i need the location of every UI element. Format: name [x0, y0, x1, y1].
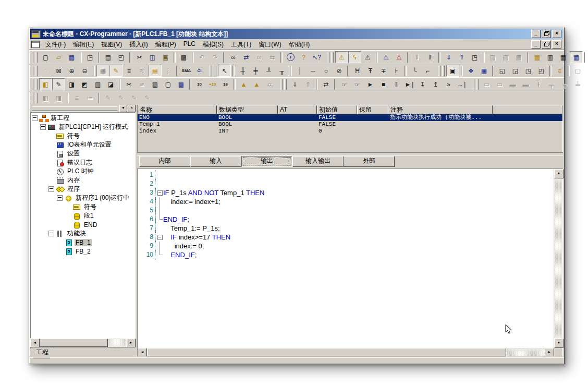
toolbar-grip[interactable]: [31, 93, 33, 103]
tab-输入[interactable]: 输入: [190, 156, 241, 167]
print-preview-button[interactable]: ◰: [115, 51, 128, 63]
view-diagram-button[interactable]: ◧: [39, 78, 52, 90]
verify-with-plc-button[interactable]: ◳: [468, 51, 481, 63]
context-help-button[interactable]: ↖?: [310, 51, 323, 63]
toolbar-grip[interactable]: [442, 66, 445, 76]
edit-fields-button[interactable]: ◲: [509, 65, 522, 77]
new-horizontal-button[interactable]: ─: [307, 65, 320, 77]
workspace-close-button[interactable]: ×: [128, 105, 136, 112]
tree-item-6[interactable]: PLC 时钟: [32, 167, 135, 176]
tree-scroll-thumb[interactable]: [40, 339, 108, 347]
calendar-monitor-button[interactable]: ▦: [477, 65, 491, 77]
clipboard-view-button[interactable]: ▢: [162, 78, 175, 90]
table-row[interactable]: indexINT0: [138, 128, 562, 135]
ci-view-button[interactable]: CI: [193, 65, 206, 77]
mnemonic-view-button[interactable]: SMA: [180, 65, 193, 77]
line-corner-button[interactable]: └: [408, 65, 421, 77]
tree-item-4[interactable]: 设置: [32, 149, 135, 158]
table-row[interactable]: ENOBOOLFALSE指示功能块执行成功 (功能块被...: [138, 114, 562, 121]
tab-project[interactable]: 工程: [30, 347, 54, 358]
toolbar-grip[interactable]: [327, 52, 329, 63]
zoom-window-button[interactable]: ⊠: [52, 65, 65, 77]
new-contact-button[interactable]: ╫: [236, 65, 249, 77]
view-symbols-button[interactable]: ◨: [65, 78, 78, 90]
select-mode-button[interactable]: ↖: [218, 65, 231, 77]
view-properties-button[interactable]: ◪: [104, 78, 117, 90]
symbols-tree-button[interactable]: ≡: [553, 65, 566, 77]
tree-item-8[interactable]: 程序: [32, 185, 135, 194]
tree-item-9[interactable]: 新程序1 (00)运行中: [32, 194, 135, 202]
line-delete-button[interactable]: ⌐: [421, 65, 434, 77]
tree-collapse-icon[interactable]: [57, 195, 63, 201]
fold-collapse-icon[interactable]: [156, 233, 163, 242]
edit-rack-button[interactable]: ◳: [522, 65, 535, 77]
zoom-out-button[interactable]: ⊖: [78, 65, 91, 77]
toolbar-grip[interactable]: [35, 66, 38, 76]
tree-collapse-icon[interactable]: [32, 115, 38, 121]
online-edit-send-button[interactable]: ☞: [351, 78, 364, 90]
new-closed-contact-button[interactable]: ╪: [249, 65, 262, 77]
column-header-5[interactable]: 注释: [388, 105, 493, 114]
editor-scroll-up-button[interactable]: ▲: [554, 169, 564, 178]
menu-item-4[interactable]: 编程(P): [152, 39, 180, 50]
tree-item-7[interactable]: 内存: [32, 176, 135, 185]
mdi-restore-button[interactable]: [542, 40, 551, 49]
toolbar-grip[interactable]: [35, 93, 38, 103]
tree-collapse-icon[interactable]: [40, 124, 46, 130]
monitor-window-active-button[interactable]: ▦: [570, 51, 583, 63]
work-online-simulator-button[interactable]: ⚠: [379, 51, 393, 63]
upload-from-plc-button[interactable]: ⇑: [455, 51, 468, 63]
tree-item-14[interactable]: FB_1: [32, 238, 135, 247]
new-contact-down-button[interactable]: ╥: [275, 65, 288, 77]
stack-monitor-button[interactable]: ❖: [464, 65, 477, 77]
simulation-stop-button[interactable]: ■: [377, 78, 390, 90]
find-button[interactable]: ∞: [227, 51, 240, 63]
monitor-signed-decimal-button[interactable]: +10: [206, 78, 219, 90]
paste-button[interactable]: ▣: [159, 51, 172, 63]
tree-scroll-track[interactable]: [40, 339, 126, 347]
column-header-4[interactable]: 保留: [357, 105, 388, 114]
tab-输出[interactable]: 输出: [241, 156, 292, 167]
toolbar-grip[interactable]: [331, 52, 334, 63]
pause-monitor-button[interactable]: ⚠: [361, 51, 374, 63]
monitor-window-button[interactable]: ▦: [557, 51, 570, 63]
column-header-2[interactable]: AT: [278, 105, 317, 114]
toolbar-grip[interactable]: [31, 66, 33, 76]
run-to-break-button[interactable]: →∣: [455, 78, 468, 90]
tree-item-11[interactable]: 段1: [32, 211, 135, 220]
tree-collapse-icon[interactable]: [48, 186, 54, 192]
toolbar-grip[interactable]: [438, 66, 440, 76]
print-button[interactable]: ▤: [102, 51, 115, 63]
watch-window-button[interactable]: ▦: [531, 51, 544, 63]
tab-外部[interactable]: 外部: [344, 156, 395, 167]
minimize-button[interactable]: _: [531, 30, 541, 38]
monitor-button[interactable]: ϟ: [348, 51, 361, 63]
editor-vscroll-track[interactable]: [554, 178, 562, 339]
continuous-step-button[interactable]: »: [442, 78, 455, 90]
menu-item-2[interactable]: 视图(V): [97, 39, 126, 50]
online-edit-button[interactable]: ☞: [338, 78, 351, 90]
show-grid-button[interactable]: ▦: [96, 65, 109, 77]
mdi-close-button[interactable]: ×: [552, 40, 561, 49]
editor-scroll-down-button[interactable]: ▼: [554, 339, 564, 348]
tree-item-10[interactable]: 符号: [32, 202, 135, 211]
set-value-2-button[interactable]: ▲: [250, 78, 263, 90]
toolbar-grip[interactable]: [35, 79, 38, 90]
toolbar-grip[interactable]: [472, 79, 474, 90]
new-instruction-button[interactable]: Ħ: [351, 65, 364, 77]
monitor-decimal-button[interactable]: 10: [193, 78, 206, 90]
step-out-button[interactable]: ↥: [429, 78, 442, 90]
tree-item-12[interactable]: END: [32, 220, 135, 229]
pause-button[interactable]: ‖: [424, 51, 437, 63]
binary-view-button[interactable]: ▩: [175, 78, 188, 90]
restore-button[interactable]: [542, 30, 551, 38]
new-instruction-set-button[interactable]: Ŧ: [364, 65, 377, 77]
toolbar-grip[interactable]: [35, 52, 38, 63]
view-rung-wrap-button[interactable]: ▥: [91, 78, 104, 90]
st-editor[interactable]: 123IF P_1s AND NOT Temp_1 THEN4 index:= …: [137, 169, 563, 357]
download-to-plc-button[interactable]: ⇓: [442, 51, 455, 63]
tree-item-5[interactable]: 错误日志: [32, 158, 135, 167]
menu-item-8[interactable]: 窗口(W): [255, 39, 285, 50]
new-coil-button[interactable]: ○: [320, 65, 333, 77]
menu-item-6[interactable]: 模拟(S): [199, 39, 227, 50]
